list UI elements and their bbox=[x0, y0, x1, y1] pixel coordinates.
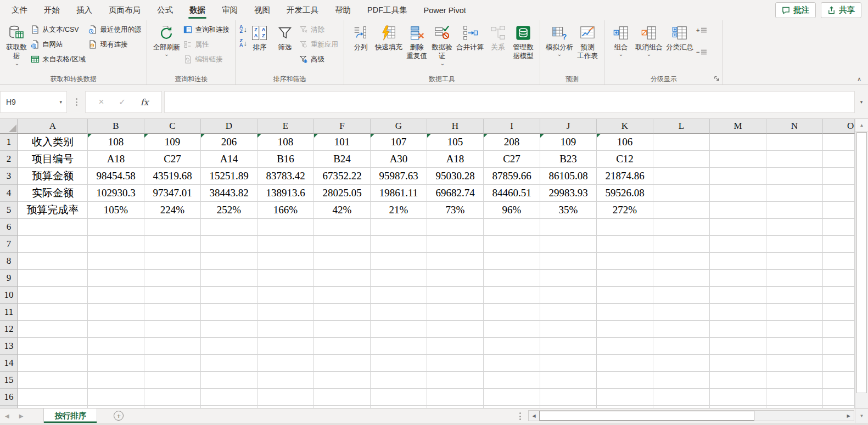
cell-H11[interactable] bbox=[427, 304, 484, 321]
advanced-filter-button[interactable]: 高级 bbox=[298, 53, 340, 66]
from-web-button[interactable]: 自网站 bbox=[29, 38, 87, 51]
add-sheet-button[interactable]: + bbox=[114, 411, 124, 421]
vertical-scrollbar[interactable]: ▲ bbox=[855, 119, 868, 408]
sheet-nav-left-icon[interactable]: ◀ bbox=[0, 413, 14, 419]
cell-B8[interactable] bbox=[88, 253, 144, 270]
cell-O2[interactable] bbox=[823, 151, 855, 168]
cell-D10[interactable] bbox=[201, 287, 257, 304]
cell-H12[interactable] bbox=[427, 321, 484, 338]
cell-H2[interactable]: A18 bbox=[427, 151, 484, 168]
cell-B16[interactable] bbox=[88, 389, 144, 406]
row-header-7[interactable]: 7 bbox=[0, 236, 18, 253]
row-header-14[interactable]: 14 bbox=[0, 355, 18, 372]
cell-A12[interactable] bbox=[18, 321, 88, 338]
cell-C1[interactable]: 109 bbox=[144, 134, 201, 151]
cell-D12[interactable] bbox=[201, 321, 257, 338]
show-detail-button[interactable]: + bbox=[695, 25, 708, 35]
cell-E10[interactable] bbox=[257, 287, 314, 304]
cell-B2[interactable]: A18 bbox=[88, 151, 144, 168]
cell-F1[interactable]: 101 bbox=[314, 134, 371, 151]
recent-sources-button[interactable]: 最近使用的源 bbox=[87, 23, 143, 36]
cell-K3[interactable]: 21874.86 bbox=[597, 168, 653, 185]
row-header-13[interactable]: 13 bbox=[0, 338, 18, 355]
row-header-5[interactable]: 5 bbox=[0, 202, 18, 219]
cell-L12[interactable] bbox=[653, 321, 710, 338]
column-header-C[interactable]: C bbox=[144, 119, 201, 134]
cell-N16[interactable] bbox=[766, 389, 823, 406]
cell-I8[interactable] bbox=[484, 253, 540, 270]
cell-E15[interactable] bbox=[257, 372, 314, 389]
cell-K7[interactable] bbox=[597, 236, 653, 253]
cell-F13[interactable] bbox=[314, 338, 371, 355]
cell-B7[interactable] bbox=[88, 236, 144, 253]
cell-E16[interactable] bbox=[257, 389, 314, 406]
cell-I14[interactable] bbox=[484, 355, 540, 372]
cell-O3[interactable] bbox=[823, 168, 855, 185]
cell-M4[interactable] bbox=[710, 185, 766, 202]
cell-N14[interactable] bbox=[766, 355, 823, 372]
formula-input[interactable] bbox=[164, 91, 855, 113]
cell-J7[interactable] bbox=[540, 236, 597, 253]
cell-I10[interactable] bbox=[484, 287, 540, 304]
cell-L2[interactable] bbox=[653, 151, 710, 168]
tab-scroll-splitter[interactable] bbox=[519, 412, 521, 420]
properties-button[interactable]: 属性 bbox=[182, 38, 231, 51]
cell-H13[interactable] bbox=[427, 338, 484, 355]
cell-K4[interactable]: 59526.08 bbox=[597, 185, 653, 202]
cell-D1[interactable]: 206 bbox=[201, 134, 257, 151]
cell-M15[interactable] bbox=[710, 372, 766, 389]
refresh-all-button[interactable]: 全部刷新⌄ bbox=[151, 22, 182, 57]
cell-I5[interactable]: 96% bbox=[484, 202, 540, 219]
cell-O13[interactable] bbox=[823, 338, 855, 355]
cell-G12[interactable] bbox=[371, 321, 427, 338]
cell-L4[interactable] bbox=[653, 185, 710, 202]
cell-F8[interactable] bbox=[314, 253, 371, 270]
cell-M16[interactable] bbox=[710, 389, 766, 406]
cell-F9[interactable] bbox=[314, 270, 371, 287]
sort-descending-button[interactable]: ZA ↓ bbox=[239, 38, 247, 47]
from-table-range-button[interactable]: 来自表格/区域 bbox=[29, 53, 87, 66]
cell-K14[interactable] bbox=[597, 355, 653, 372]
cell-O11[interactable] bbox=[823, 304, 855, 321]
cell-K9[interactable] bbox=[597, 270, 653, 287]
cell-H10[interactable] bbox=[427, 287, 484, 304]
tab-home[interactable]: 开始 bbox=[36, 0, 68, 20]
cell-J4[interactable]: 29983.93 bbox=[540, 185, 597, 202]
cell-H3[interactable]: 95030.28 bbox=[427, 168, 484, 185]
cell-L6[interactable] bbox=[653, 219, 710, 236]
cell-H15[interactable] bbox=[427, 372, 484, 389]
row-header-1[interactable]: 1 bbox=[0, 134, 18, 151]
scroll-right-icon[interactable]: ▶ bbox=[843, 411, 854, 421]
cell-A4[interactable]: 实际金额 bbox=[18, 185, 88, 202]
tab-developer[interactable]: 开发工具 bbox=[278, 0, 327, 20]
cell-E5[interactable]: 166% bbox=[257, 202, 314, 219]
sort-ascending-button[interactable]: AZ ↓ bbox=[239, 25, 247, 33]
cell-E4[interactable]: 138913.6 bbox=[257, 185, 314, 202]
tab-help[interactable]: 帮助 bbox=[327, 0, 359, 20]
cell-L13[interactable] bbox=[653, 338, 710, 355]
cell-J11[interactable] bbox=[540, 304, 597, 321]
consolidate-button[interactable]: 合并计算 bbox=[455, 22, 485, 53]
expand-formula-bar-icon[interactable]: ▾ bbox=[855, 91, 868, 113]
tab-page-layout[interactable]: 页面布局 bbox=[100, 0, 149, 20]
cell-C2[interactable]: C27 bbox=[144, 151, 201, 168]
cell-I9[interactable] bbox=[484, 270, 540, 287]
cell-L3[interactable] bbox=[653, 168, 710, 185]
ungroup-button[interactable]: 取消组合⌄ bbox=[634, 22, 664, 57]
cell-D11[interactable] bbox=[201, 304, 257, 321]
cell-H14[interactable] bbox=[427, 355, 484, 372]
cell-D6[interactable] bbox=[201, 219, 257, 236]
cell-G8[interactable] bbox=[371, 253, 427, 270]
comments-button[interactable]: 批注 bbox=[775, 2, 816, 18]
cell-D3[interactable]: 15251.89 bbox=[201, 168, 257, 185]
cell-M2[interactable] bbox=[710, 151, 766, 168]
cell-F14[interactable] bbox=[314, 355, 371, 372]
tab-review[interactable]: 审阅 bbox=[214, 0, 246, 20]
cell-N10[interactable] bbox=[766, 287, 823, 304]
cell-J6[interactable] bbox=[540, 219, 597, 236]
cell-I15[interactable] bbox=[484, 372, 540, 389]
cell-O7[interactable] bbox=[823, 236, 855, 253]
cell-N11[interactable] bbox=[766, 304, 823, 321]
cell-L16[interactable] bbox=[653, 389, 710, 406]
cell-A2[interactable]: 项目编号 bbox=[18, 151, 88, 168]
